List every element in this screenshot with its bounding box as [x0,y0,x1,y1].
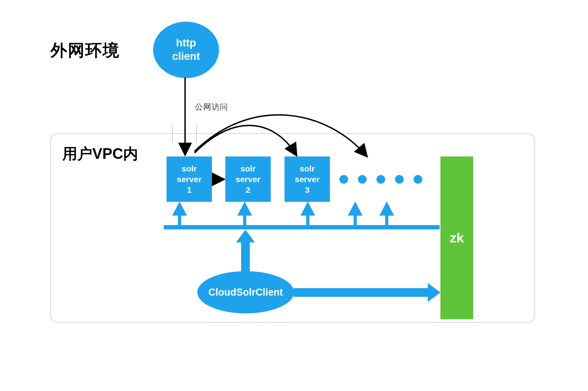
ellipsis-dot [376,175,385,184]
vpc-label: 用户VPC内 [62,144,138,164]
public-access-label: 公网访问 [195,102,228,112]
cloud-solr-client-node: CloudSolrClient [197,271,294,313]
solr-server-1: solrserver1 [167,156,212,202]
ellipsis-dot [358,175,367,184]
solr-server-3: solrserver3 [285,156,330,202]
ellipsis-dot [339,175,348,184]
ellipsis-dots [339,175,422,184]
external-env-label: 外网环境 [51,39,120,61]
ellipsis-dot [395,175,404,184]
zk-node: zk [440,156,473,319]
http-client-node: httpclient [153,22,219,78]
ellipsis-dot [414,175,422,184]
solr-server-2: solrserver2 [225,156,271,202]
